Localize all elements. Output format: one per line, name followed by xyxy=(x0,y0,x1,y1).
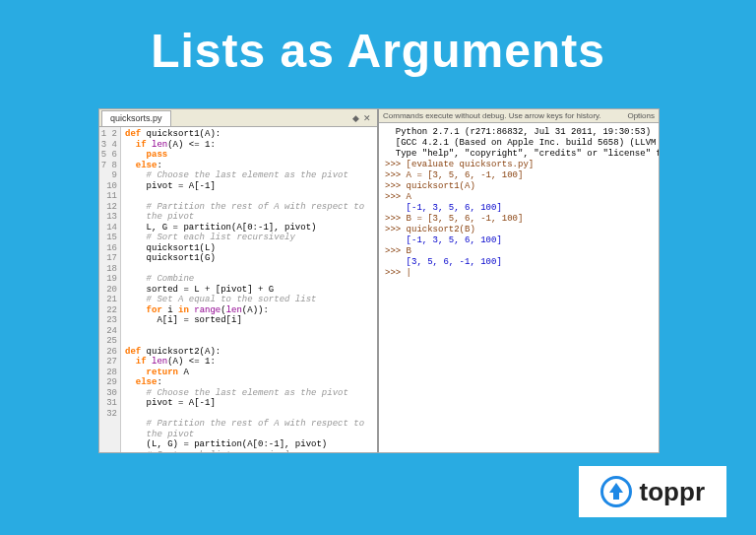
line-gutter: 1 2 3 4 5 6 7 8 9 10 11 12 13 14 15 16 1… xyxy=(99,127,121,452)
console-options-link[interactable]: Options xyxy=(627,111,655,120)
page-title: Lists as Arguments xyxy=(0,0,756,78)
brand-name: toppr xyxy=(640,477,705,507)
tab-close-icon[interactable]: ✕ xyxy=(363,113,371,123)
tab-marker-icon[interactable]: ◆ xyxy=(352,113,359,123)
file-tab[interactable]: quicksorts.py xyxy=(101,110,171,126)
ide-window: quicksorts.py ◆ ✕ 1 2 3 4 5 6 7 8 9 10 1… xyxy=(98,108,660,453)
console-header: Commands execute without debug. Use arro… xyxy=(379,109,659,123)
brand-logo: toppr xyxy=(579,466,726,517)
console-body[interactable]: Python 2.7.1 (r271:86832, Jul 31 2011, 1… xyxy=(379,123,659,452)
tab-controls: ◆ ✕ xyxy=(352,113,377,123)
tab-bar: quicksorts.py ◆ ✕ xyxy=(99,109,377,127)
editor-body: 1 2 3 4 5 6 7 8 9 10 11 12 13 14 15 16 1… xyxy=(99,127,377,452)
editor-pane: quicksorts.py ◆ ✕ 1 2 3 4 5 6 7 8 9 10 1… xyxy=(99,109,379,452)
console-header-text: Commands execute without debug. Use arro… xyxy=(383,111,601,120)
console-pane: Commands execute without debug. Use arro… xyxy=(379,109,659,452)
tab-filename: quicksorts.py xyxy=(110,113,162,123)
code-area[interactable]: def quicksort1(A): if len(A) <= 1: pass … xyxy=(121,127,377,452)
arrow-up-circle-icon xyxy=(600,476,632,507)
